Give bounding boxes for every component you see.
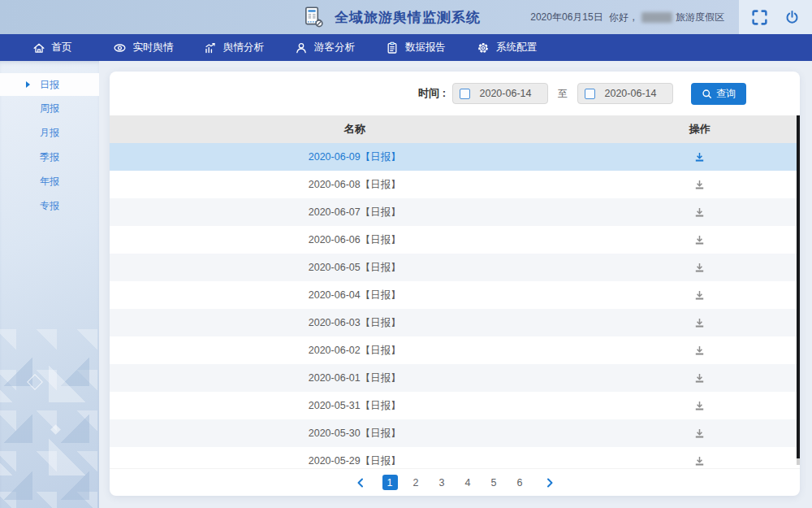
report-name: 2020-06-04【日报】: [110, 289, 600, 302]
page-number-button[interactable]: 4: [460, 475, 476, 490]
brand: 全域旅游舆情监测系统: [302, 0, 481, 34]
search-icon: [702, 89, 712, 99]
scrollbar-cap: [797, 458, 800, 465]
page-number-button[interactable]: 2: [408, 475, 424, 490]
content-card: 时间 : 2020-06-14 至 2020-06-14 查询 名称 操作 20…: [110, 72, 800, 496]
redacted-org-name: [641, 12, 672, 23]
to-label: 至: [558, 87, 568, 101]
chevron-right-icon: [545, 478, 555, 488]
table-row[interactable]: 2020-06-08【日报】: [110, 171, 800, 198]
gear-icon: [477, 41, 490, 54]
query-button[interactable]: 查询: [691, 83, 746, 105]
app-title: 全域旅游舆情监测系统: [335, 8, 481, 27]
download-button[interactable]: [693, 262, 706, 274]
nav-label: 数据报告: [405, 41, 446, 54]
start-date-input[interactable]: 2020-06-14: [452, 83, 548, 104]
nav-label: 首页: [52, 41, 72, 54]
sidebar-label: 季报: [40, 150, 59, 164]
report-name: 2020-06-02【日报】: [110, 344, 600, 358]
newspaper-magnifier-icon: [302, 5, 326, 29]
table-row[interactable]: 2020-06-06【日报】: [110, 226, 800, 254]
end-date-input[interactable]: 2020-06-14: [577, 83, 673, 104]
main-navbar: 首页 实时舆情 舆情分析 游客分析 数据报告: [0, 34, 812, 61]
chevron-left-icon: [356, 478, 365, 488]
table-row[interactable]: 2020-05-30【日报】: [110, 419, 800, 447]
report-name: 2020-06-06【日报】: [110, 233, 600, 247]
download-icon: [693, 372, 706, 384]
nav-label: 游客分析: [314, 41, 355, 54]
home-icon: [32, 41, 45, 54]
power-icon: [784, 10, 800, 25]
header-date: 2020年06月15日: [530, 11, 603, 24]
table-row[interactable]: 2020-05-31【日报】: [110, 392, 800, 419]
report-name: 2020-05-30【日报】: [110, 427, 600, 441]
table-row[interactable]: 2020-06-09【日报】: [110, 143, 800, 171]
table-row[interactable]: 2020-06-02【日报】: [110, 336, 800, 364]
calendar-square-icon: [460, 89, 470, 99]
download-button[interactable]: [693, 206, 706, 219]
nav-label: 舆情分析: [223, 41, 264, 54]
end-date-value: 2020-06-14: [595, 88, 666, 99]
download-button[interactable]: [693, 345, 706, 357]
download-button[interactable]: [693, 179, 706, 191]
sidebar-item-daily-report[interactable]: 日报: [0, 73, 99, 96]
report-name: 2020-06-07【日报】: [110, 206, 600, 219]
header-user-info: 2020年06月15日 你好， 旅游度假区: [530, 0, 724, 34]
download-button[interactable]: [693, 151, 706, 163]
next-page-button[interactable]: [545, 478, 555, 488]
download-icon: [693, 234, 706, 246]
time-label: 时间 :: [418, 86, 446, 101]
report-name: 2020-06-03【日报】: [110, 316, 600, 330]
sidebar-item-weekly-report[interactable]: 周报: [0, 96, 99, 120]
table-row[interactable]: 2020-06-04【日报】: [110, 281, 800, 309]
table-header: 名称 操作: [110, 115, 800, 143]
table-row[interactable]: 2020-06-01【日报】: [110, 364, 800, 392]
sidebar-item-monthly-report[interactable]: 月报: [0, 120, 99, 145]
table-row[interactable]: 2020-06-05【日报】: [110, 254, 800, 281]
table-row[interactable]: 2020-05-29【日报】: [110, 447, 800, 468]
page-number-button[interactable]: 3: [434, 475, 450, 490]
sidebar-item-annual-report[interactable]: 年报: [0, 169, 99, 193]
download-icon: [693, 317, 706, 329]
download-button[interactable]: [693, 455, 706, 467]
report-table-body: 2020-06-09【日报】 2020-06-08【日报】: [110, 143, 800, 468]
download-icon: [693, 179, 706, 191]
fullscreen-button[interactable]: [751, 9, 768, 26]
nav-item-data-report[interactable]: 数据报告: [370, 34, 461, 61]
download-button[interactable]: [693, 234, 706, 246]
page-number-button[interactable]: 1: [382, 475, 398, 490]
download-button[interactable]: [693, 428, 706, 440]
nav-item-visitor-analysis[interactable]: 游客分析: [279, 34, 370, 61]
column-header-operation: 操作: [600, 122, 801, 137]
download-button[interactable]: [693, 372, 706, 384]
download-icon: [693, 262, 706, 274]
sidebar-label: 专报: [40, 199, 59, 213]
table-row[interactable]: 2020-06-03【日报】: [110, 309, 800, 336]
sidebar-item-quarterly-report[interactable]: 季报: [0, 145, 99, 169]
download-icon: [693, 206, 706, 219]
nav-item-home[interactable]: 首页: [6, 34, 97, 61]
download-button[interactable]: [693, 400, 706, 412]
report-name: 2020-05-29【日报】: [110, 454, 600, 468]
download-icon: [693, 289, 706, 302]
report-name: 2020-06-09【日报】: [110, 150, 600, 164]
table-scrollbar[interactable]: [797, 115, 800, 465]
download-icon: [693, 151, 706, 163]
download-button[interactable]: [693, 317, 706, 329]
nav-item-realtime-opinion[interactable]: 实时舆情: [97, 34, 188, 61]
top-header: 全域旅游舆情监测系统 2020年06月15日 你好， 旅游度假区: [0, 0, 812, 34]
nav-label: 实时舆情: [133, 41, 174, 54]
power-button[interactable]: [784, 10, 800, 25]
sidebar-item-special-report[interactable]: 专报: [0, 193, 99, 218]
download-icon: [693, 345, 706, 357]
start-date-value: 2020-06-14: [470, 88, 541, 99]
table-row[interactable]: 2020-06-07【日报】: [110, 198, 800, 226]
prev-page-button[interactable]: [356, 478, 365, 488]
download-button[interactable]: [693, 289, 706, 302]
nav-item-opinion-analysis[interactable]: 舆情分析: [188, 34, 279, 61]
report-type-sidebar: 日报 周报 月报 季报 年报 专报: [0, 61, 99, 508]
sidebar-label: 年报: [40, 175, 59, 189]
nav-item-system-config[interactable]: 系统配置: [461, 34, 552, 61]
page-number-button[interactable]: 6: [512, 475, 528, 490]
page-number-button[interactable]: 5: [486, 475, 502, 490]
